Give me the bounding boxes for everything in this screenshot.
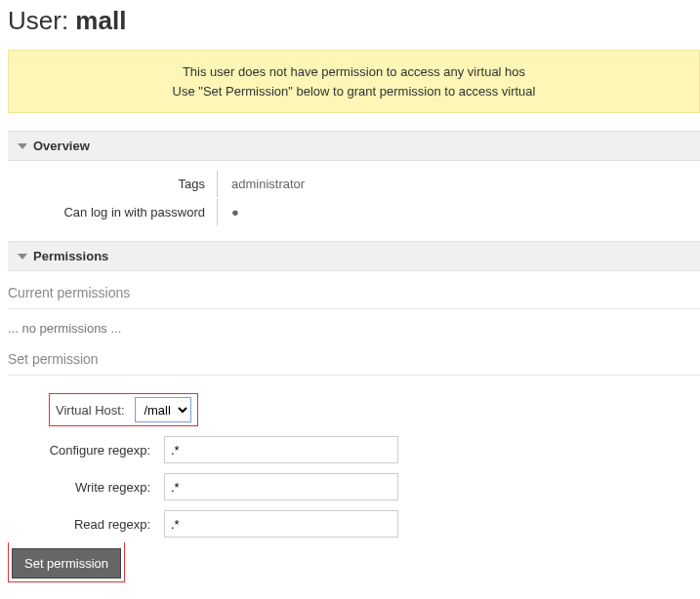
vhost-label: Virtual Host: — [56, 403, 125, 418]
write-input[interactable] — [164, 473, 398, 500]
write-label: Write regexp: — [10, 469, 156, 504]
read-input[interactable] — [164, 510, 398, 538]
warning-line1: This user does not have permission to ac… — [183, 64, 525, 79]
permissions-title: Permissions — [33, 249, 108, 263]
current-permissions-title: Current permissions — [8, 285, 700, 300]
set-permission-button[interactable]: Set permission — [12, 548, 121, 579]
divider — [8, 308, 700, 309]
chevron-down-icon — [18, 254, 27, 260]
read-label: Read regexp: — [10, 506, 156, 541]
page-title: User: mall — [8, 6, 700, 36]
vhost-select[interactable]: /mall — [135, 397, 191, 422]
chevron-down-icon — [18, 143, 27, 149]
overview-section-header[interactable]: Overview — [8, 131, 700, 161]
permissions-section-header[interactable]: Permissions — [8, 241, 700, 271]
no-permissions-text: ... no permissions ... — [8, 321, 700, 336]
configure-input[interactable] — [164, 436, 398, 463]
tags-label: Tags — [10, 171, 215, 197]
title-prefix: User: — [8, 6, 75, 35]
login-label: Can log in with password — [10, 199, 215, 225]
login-value: ● — [217, 199, 314, 225]
overview-table: Tags administrator Can log in with passw… — [8, 169, 316, 227]
permission-form: Virtual Host: /mall Configure regexp: Wr… — [8, 387, 406, 543]
overview-title: Overview — [33, 139, 90, 153]
set-permission-title: Set permission — [8, 351, 700, 367]
tags-value: administrator — [217, 171, 314, 197]
warning-line2: Use "Set Permission" below to grant perm… — [173, 84, 536, 99]
divider — [8, 375, 700, 376]
title-username: mall — [75, 6, 126, 35]
warning-banner: This user does not have permission to ac… — [8, 50, 700, 113]
configure-label: Configure regexp: — [10, 432, 156, 467]
